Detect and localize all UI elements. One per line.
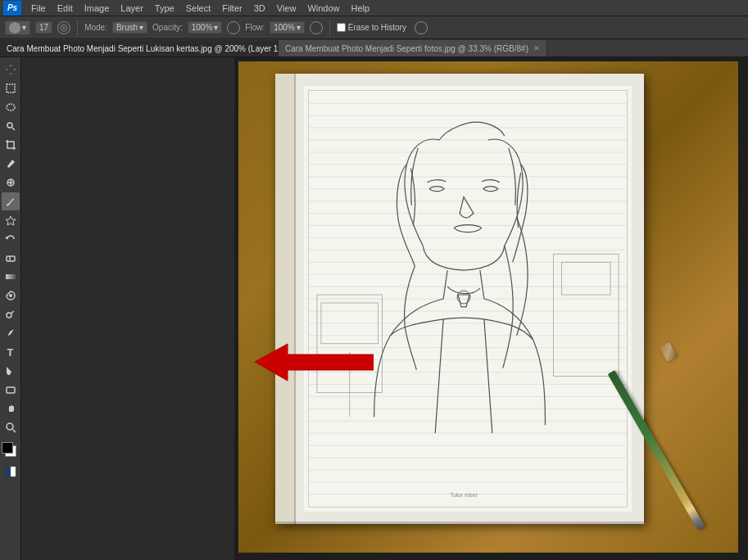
- quick-mask-mode[interactable]: [2, 463, 20, 481]
- eyedropper-tool[interactable]: [2, 155, 20, 173]
- brush-options-icon[interactable]: [57, 21, 70, 34]
- svg-line-13: [12, 430, 16, 433]
- path-selection-tool[interactable]: [2, 362, 20, 380]
- extra-icon: [415, 21, 428, 34]
- menu-bar: Ps File Edit Image Layer Type Select Fil…: [0, 0, 748, 16]
- foreground-background-colors[interactable]: [2, 442, 20, 460]
- erase-history-checkbox[interactable]: [337, 23, 346, 32]
- menu-file[interactable]: File: [26, 2, 51, 14]
- hand-tool[interactable]: [2, 400, 20, 418]
- svg-rect-55: [561, 262, 610, 295]
- left-panel: [21, 57, 234, 560]
- svg-point-2: [7, 104, 15, 111]
- flow-input[interactable]: 100% ▾: [270, 21, 305, 34]
- svg-line-4: [12, 128, 15, 130]
- separator-1: [77, 20, 78, 36]
- marquee-rect-tool[interactable]: [2, 79, 20, 97]
- healing-brush-tool[interactable]: [2, 174, 20, 192]
- options-bar: ▾ 17 Mode: Brush ▾ Opacity: 100% ▾ Flow:…: [0, 16, 748, 39]
- svg-text:Tutor mber: Tutor mber: [450, 492, 478, 498]
- foreground-color-swatch[interactable]: [2, 442, 13, 454]
- portrait-sketch: Tutor mber: [309, 91, 627, 507]
- flow-label: Flow:: [245, 23, 265, 32]
- toolbar: T: [0, 57, 21, 560]
- clone-stamp-tool[interactable]: [2, 211, 20, 229]
- type-tool[interactable]: T: [2, 343, 20, 361]
- tab-bar: Cara Membuat Photo Menjadi Seperti Lukis…: [0, 39, 748, 57]
- dodge-tool[interactable]: [2, 305, 20, 323]
- menu-layer[interactable]: Layer: [116, 2, 148, 14]
- opacity-input[interactable]: 100% ▾: [188, 21, 223, 34]
- zoom-tool[interactable]: [2, 418, 20, 436]
- shape-tool[interactable]: [2, 381, 20, 399]
- sketch-border: Tutor mber: [308, 90, 628, 508]
- menu-view[interactable]: View: [272, 2, 301, 14]
- menu-edit[interactable]: Edit: [52, 2, 78, 14]
- pen-tool[interactable]: [2, 324, 20, 342]
- menu-filter[interactable]: Filter: [217, 2, 247, 14]
- quick-select-tool[interactable]: [2, 117, 20, 135]
- opacity-label: Opacity:: [152, 23, 183, 32]
- menu-type[interactable]: Type: [150, 2, 179, 14]
- eraser-tool[interactable]: [2, 249, 20, 267]
- mode-dropdown[interactable]: Brush ▾: [112, 21, 147, 34]
- tab-kertas[interactable]: Cara Membuat Photo Menjadi Seperti Lukis…: [0, 40, 279, 56]
- svg-rect-14: [6, 467, 11, 476]
- separator-2: [329, 20, 330, 36]
- svg-rect-54: [553, 254, 619, 376]
- app-logo: Ps: [3, 1, 21, 16]
- main-layout: T: [0, 57, 748, 560]
- gradient-tool[interactable]: [2, 268, 20, 286]
- lasso-tool[interactable]: [2, 98, 20, 116]
- notebook-page: Tutor mber: [275, 74, 644, 524]
- svg-rect-11: [7, 387, 15, 393]
- svg-point-8: [9, 294, 12, 297]
- canvas-document: Tutor mber: [238, 61, 738, 553]
- brush-preset-picker[interactable]: ▾: [5, 20, 30, 35]
- svg-rect-6: [7, 256, 15, 261]
- menu-help[interactable]: Help: [347, 2, 375, 14]
- svg-point-3: [7, 123, 12, 128]
- crop-tool[interactable]: [2, 136, 20, 154]
- move-tool[interactable]: [2, 61, 20, 79]
- erase-to-history-option[interactable]: Erase to History: [337, 23, 406, 32]
- tab-fotos-title: Cara Membuat Photo Menjadi Seperti fotos…: [285, 44, 528, 53]
- tab-fotos-close[interactable]: ✕: [533, 44, 540, 52]
- svg-point-10: [9, 333, 11, 335]
- brush-tool[interactable]: [2, 192, 20, 210]
- menu-image[interactable]: Image: [79, 2, 115, 14]
- annotation-arrow: [255, 340, 374, 386]
- brush-size-input[interactable]: 17: [35, 21, 52, 34]
- svg-rect-1: [7, 84, 15, 93]
- tab-fotos[interactable]: Cara Membuat Photo Menjadi Seperti fotos…: [279, 40, 547, 56]
- mode-label: Mode:: [84, 23, 107, 32]
- menu-3d[interactable]: 3D: [249, 2, 270, 14]
- svg-point-12: [7, 423, 13, 430]
- erase-history-label: Erase to History: [348, 23, 406, 32]
- flow-icon: [310, 21, 323, 34]
- svg-marker-16: [255, 344, 374, 381]
- menu-select[interactable]: Select: [181, 2, 216, 14]
- canvas-area[interactable]: Tutor mber: [234, 57, 748, 560]
- svg-rect-7: [6, 274, 16, 279]
- blur-tool[interactable]: [2, 287, 20, 305]
- history-brush-tool[interactable]: [2, 230, 20, 248]
- opacity-icon: [227, 21, 240, 34]
- menu-window[interactable]: Window: [302, 2, 344, 14]
- svg-rect-15: [11, 467, 16, 476]
- notebook-inner: Tutor mber: [304, 86, 632, 512]
